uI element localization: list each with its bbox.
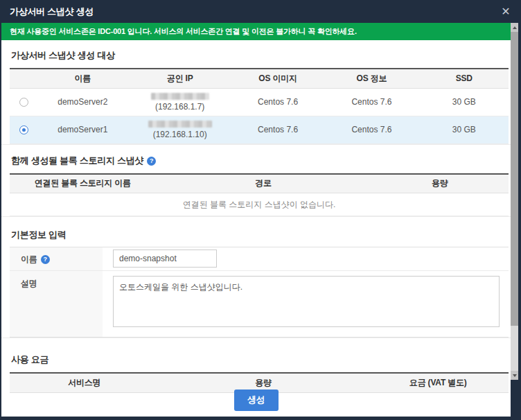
server-row-demoserver2[interactable]: demoServer2 (192.168.1.7) Centos 7.6 Cen… xyxy=(10,88,509,116)
server-table-header-row: 이름 공인 IP OS 이미지 OS 정보 SSD xyxy=(10,69,509,88)
radio-button-unselected[interactable] xyxy=(19,98,28,107)
help-icon[interactable]: ? xyxy=(41,255,50,264)
modal-titlebar: 가상서버 스냅샷 생성 ✕ xyxy=(0,0,521,23)
pricing-heading: 사용 요금 xyxy=(10,338,509,372)
column-header-path: 경로 xyxy=(156,174,371,193)
ssd-size: 30 GB xyxy=(420,116,509,143)
scrollbar-up-arrow[interactable] xyxy=(511,23,518,32)
block-storage-header-row: 연결된 블록 스토리지 이름 경로 용량 xyxy=(10,174,509,193)
server-table: 이름 공인 IP OS 이미지 OS 정보 SSD demoServer2 (1… xyxy=(10,68,509,144)
name-label: 이름? xyxy=(10,247,103,270)
public-ip-cell: (192.168.1.10) xyxy=(127,116,231,143)
column-header-ssd: SSD xyxy=(420,69,509,88)
block-storage-heading-text: 함께 생성될 블록 스토리지 스냅샷 xyxy=(11,155,143,166)
form-row-name: 이름? xyxy=(10,247,509,270)
section-basic-info: 기본정보 입력 이름? 설명 오토스케일을 위한 스냅샷입니다. xyxy=(1,216,511,338)
column-header-os-image: OS 이미지 xyxy=(232,69,324,88)
server-row-demoserver1[interactable]: demoServer1 (192.168.1.10) Centos 7.6 Ce… xyxy=(10,116,509,143)
down-arrow-icon xyxy=(513,374,517,377)
create-button[interactable]: 생성 xyxy=(234,390,279,411)
scrollbar-thumb[interactable] xyxy=(511,32,518,326)
description-label: 설명 xyxy=(10,271,103,337)
os-image: Centos 7.6 xyxy=(232,116,324,143)
form-row-description: 설명 오토스케일을 위한 스냅샷입니다. xyxy=(10,270,509,337)
help-icon[interactable]: ? xyxy=(147,157,156,166)
snapshot-description-textarea[interactable]: 오토스케일을 위한 스냅샷입니다. xyxy=(113,276,500,327)
name-label-text: 이름 xyxy=(21,254,37,264)
basic-info-heading: 기본정보 입력 xyxy=(10,217,509,247)
column-header-os-info: OS 정보 xyxy=(324,69,419,88)
service-zone-banner: 현재 사용중인 서비스존은 IDC-001 입니다. 서비스의 서비스존간 연결… xyxy=(1,23,511,40)
scrollbar-down-arrow[interactable] xyxy=(511,371,518,380)
scrollbar-track[interactable] xyxy=(511,326,518,371)
service-zone-banner-text: 현재 사용중인 서비스존은 IDC-001 입니다. 서비스의 서비스존간 연결… xyxy=(10,27,357,35)
private-ip: (192.168.1.7) xyxy=(127,102,231,112)
modal-content: 현재 사용중인 서비스존은 IDC-001 입니다. 서비스의 서비스존간 연결… xyxy=(1,23,511,417)
private-ip: (192.168.1.10) xyxy=(127,130,231,139)
column-header-capacity: 용량 xyxy=(371,174,509,193)
column-header-name: 이름 xyxy=(37,69,127,88)
basic-info-form: 이름? 설명 오토스케일을 위한 스냅샷입니다. xyxy=(10,247,509,338)
os-info: Centos 7.6 xyxy=(324,88,419,116)
server-name: demoServer1 xyxy=(37,116,127,143)
snapshot-name-input[interactable] xyxy=(113,250,217,268)
column-header-storage-name: 연결된 블록 스토리지 이름 xyxy=(10,174,156,193)
empty-message: 연결된 블록 스토리지 스냅샷이 없습니다. xyxy=(10,193,509,216)
section-block-storage: 함께 생성될 블록 스토리지 스냅샷? 연결된 블록 스토리지 이름 경로 용량… xyxy=(1,144,511,217)
column-header-radio xyxy=(10,69,37,88)
radio-cell xyxy=(10,88,37,116)
os-info: Centos 7.6 xyxy=(324,116,419,143)
scrollbar[interactable] xyxy=(511,23,518,380)
os-image: Centos 7.6 xyxy=(232,88,324,116)
column-header-public-ip: 공인 IP xyxy=(127,69,231,88)
up-arrow-icon xyxy=(513,26,517,29)
blurred-public-ip xyxy=(148,121,212,128)
description-field-cell: 오토스케일을 위한 스냅샷입니다. xyxy=(103,271,509,337)
section-snapshot-target: 가상서버 스냅샷 생성 대상 이름 공인 IP OS 이미지 OS 정보 SSD xyxy=(1,40,511,144)
radio-button-selected[interactable] xyxy=(19,125,28,134)
name-field-cell xyxy=(103,247,509,270)
snapshot-target-heading: 가상서버 스냅샷 생성 대상 xyxy=(10,40,509,68)
snapshot-create-modal: 가상서버 스냅샷 생성 ✕ 현재 사용중인 서비스존은 IDC-001 입니다.… xyxy=(0,0,521,420)
ssd-size: 30 GB xyxy=(420,88,509,116)
public-ip-cell: (192.168.1.7) xyxy=(127,88,231,116)
close-icon[interactable]: ✕ xyxy=(498,4,513,19)
modal-title: 가상서버 스냅샷 생성 xyxy=(0,0,94,23)
modal-footer: 생성 xyxy=(1,383,511,417)
server-name: demoServer2 xyxy=(37,88,127,116)
block-storage-table: 연결된 블록 스토리지 이름 경로 용량 연결된 블록 스토리지 스냅샷이 없습… xyxy=(10,173,509,217)
block-storage-empty-row: 연결된 블록 스토리지 스냅샷이 없습니다. xyxy=(10,193,509,216)
blurred-public-ip xyxy=(151,93,209,100)
radio-cell xyxy=(10,116,37,143)
block-storage-heading: 함께 생성될 블록 스토리지 스냅샷? xyxy=(10,145,509,173)
